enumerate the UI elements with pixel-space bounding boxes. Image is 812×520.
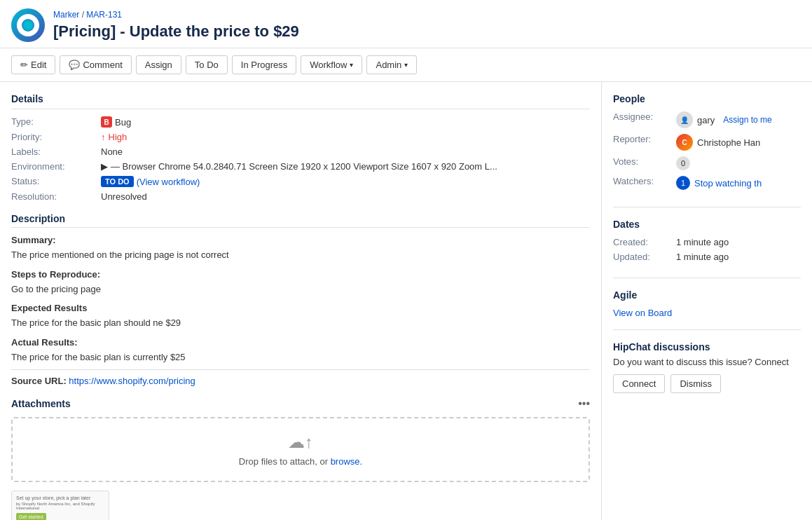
updated-row: Updated: 1 minute ago: [613, 252, 801, 262]
reporter-avatar: C: [676, 134, 693, 151]
priority-label: Priority:: [11, 132, 95, 142]
votes-value: 0: [676, 156, 690, 170]
assignee-value: 👤 gary Assign to me: [676, 111, 772, 128]
assign-to-me-link[interactable]: Assign to me: [723, 115, 771, 125]
agile-title: Agile: [613, 289, 801, 301]
breadcrumb-app[interactable]: Marker: [53, 10, 79, 20]
content-area: Details Type: B Bug Priority: ↑ High Lab…: [0, 82, 602, 520]
actual-heading: Actual Results:: [11, 337, 590, 348]
labels-value: None: [101, 146, 590, 157]
thumbnail-content: Set up your store, pick a plan later by …: [12, 491, 109, 520]
assignee-avatar: 👤: [676, 111, 693, 128]
steps-heading: Steps to Reproduce:: [11, 269, 590, 280]
assignee-label: Assignee:: [613, 111, 676, 122]
people-section: People Assignee: 👤 gary Assign to me Rep…: [613, 93, 801, 207]
dates-title: Dates: [613, 219, 801, 230]
chevron-right-icon: ▶: [101, 161, 108, 172]
reporter-row: Reporter: C Christophe Han: [613, 134, 801, 151]
created-row: Created: 1 minute ago: [613, 237, 801, 247]
status-badge: TO DO: [101, 176, 134, 187]
created-value: 1 minute ago: [676, 237, 729, 247]
agile-section: Agile View on Board: [613, 289, 801, 330]
priority-value: ↑ High: [101, 132, 590, 142]
breadcrumb: Marker / MAR-131: [53, 10, 299, 20]
dates-section: Dates Created: 1 minute ago Updated: 1 m…: [613, 219, 801, 278]
environment-label: Environment:: [11, 161, 95, 172]
hipchat-connect-button[interactable]: Connect: [613, 374, 665, 393]
toolbar: ✏ Edit 💬 Comment Assign To Do In Progres…: [0, 48, 812, 82]
attachment-thumbnail[interactable]: Set up your store, pick a plan later by …: [11, 491, 109, 520]
comment-icon: 💬: [69, 60, 80, 70]
admin-button[interactable]: Admin: [366, 55, 417, 74]
reporter-label: Reporter:: [613, 134, 676, 144]
divider: [11, 369, 590, 370]
sidebar: People Assignee: 👤 gary Assign to me Rep…: [602, 82, 812, 520]
steps-text: Go to the pricing page: [11, 282, 590, 296]
edit-icon: ✏: [20, 60, 28, 70]
breadcrumb-issue-id[interactable]: MAR-131: [86, 10, 122, 20]
votes-row: Votes: 0: [613, 156, 801, 170]
hipchat-title: HipChat discussions: [613, 341, 801, 353]
type-label: Type:: [11, 116, 95, 128]
resolution-label: Resolution:: [11, 191, 95, 202]
environment-value: ▶ — Browser Chrome 54.0.2840.71 Screen S…: [101, 161, 590, 172]
bug-icon: B: [101, 116, 112, 128]
main-layout: Details Type: B Bug Priority: ↑ High Lab…: [0, 82, 812, 520]
updated-label: Updated:: [613, 252, 676, 262]
votes-label: Votes:: [613, 156, 676, 167]
status-label: Status:: [11, 176, 95, 187]
details-grid: Type: B Bug Priority: ↑ High Labels: Non…: [11, 116, 590, 202]
hipchat-dismiss-button[interactable]: Dismiss: [670, 374, 721, 393]
created-label: Created:: [613, 237, 676, 247]
watchers-label: Watchers:: [613, 176, 676, 186]
issue-title: [Pricing] - Update the price to $29: [53, 22, 299, 41]
description-title: Description: [11, 213, 590, 228]
app-logo-inner: [17, 14, 39, 36]
source-label: Source URL:: [11, 376, 67, 386]
status-value: TO DO (View workflow): [101, 176, 590, 187]
details-section-title: Details: [11, 93, 590, 109]
source-url-row: Source URL: https://www.shopify.com/pric…: [11, 376, 590, 386]
priority-up-icon: ↑: [101, 132, 106, 142]
watchers-row: Watchers: 1 Stop watching th: [613, 176, 801, 190]
header-text: Marker / MAR-131 [Pricing] - Update the …: [53, 10, 299, 41]
type-value: B Bug: [101, 116, 590, 128]
watchers-value: 1 Stop watching th: [676, 176, 762, 190]
updated-value: 1 minute ago: [676, 252, 729, 262]
drop-zone[interactable]: ☁↑ Drop files to attach, or browse.: [11, 417, 590, 482]
browse-link[interactable]: browse.: [331, 456, 363, 467]
comment-button[interactable]: 💬 Comment: [60, 55, 131, 74]
summary-text: The price mentioned on the pricing page …: [11, 248, 590, 262]
edit-button[interactable]: ✏ Edit: [11, 55, 55, 74]
expected-heading: Expected Results: [11, 303, 590, 313]
drop-zone-text: Drop files to attach, or browse.: [27, 456, 574, 467]
view-workflow-link[interactable]: (View workflow): [137, 177, 200, 187]
summary-heading: Summary:: [11, 235, 590, 245]
upload-icon: ☁↑: [27, 432, 574, 452]
reporter-value: C Christophe Han: [676, 134, 760, 151]
attachments-header: Attachments •••: [11, 397, 590, 410]
source-url-link[interactable]: https://www.shopify.com/pricing: [69, 376, 195, 386]
hipchat-text: Do you want to discuss this issue? Conne…: [613, 357, 801, 367]
more-options-icon[interactable]: •••: [578, 397, 590, 410]
people-title: People: [613, 93, 801, 104]
hipchat-section: HipChat discussions Do you want to discu…: [613, 341, 801, 404]
watchers-badge: 1: [676, 176, 690, 190]
description-section: Description Summary: The price mentioned…: [11, 213, 590, 386]
actual-text: The price for the basic plan is currentl…: [11, 350, 590, 364]
workflow-button[interactable]: Workflow: [301, 55, 362, 74]
app-logo: [11, 8, 45, 42]
attachments-title: Attachments: [11, 398, 71, 409]
expected-text: The price for the basic plan should ne $…: [11, 316, 590, 330]
assign-button[interactable]: Assign: [136, 55, 181, 74]
labels-label: Labels:: [11, 146, 95, 157]
assignee-row: Assignee: 👤 gary Assign to me: [613, 111, 801, 128]
stop-watching-link[interactable]: Stop watching th: [694, 178, 762, 189]
todo-button[interactable]: To Do: [186, 55, 228, 74]
view-on-board-link[interactable]: View on Board: [613, 308, 672, 318]
in-progress-button[interactable]: In Progress: [232, 55, 296, 74]
attachments-thumbnails: Set up your store, pick a plan later by …: [11, 491, 590, 520]
hipchat-buttons: Connect Dismiss: [613, 374, 801, 393]
attachments-section: Attachments ••• ☁↑ Drop files to attach,…: [11, 397, 590, 520]
resolution-value: Unresolved: [101, 191, 590, 202]
